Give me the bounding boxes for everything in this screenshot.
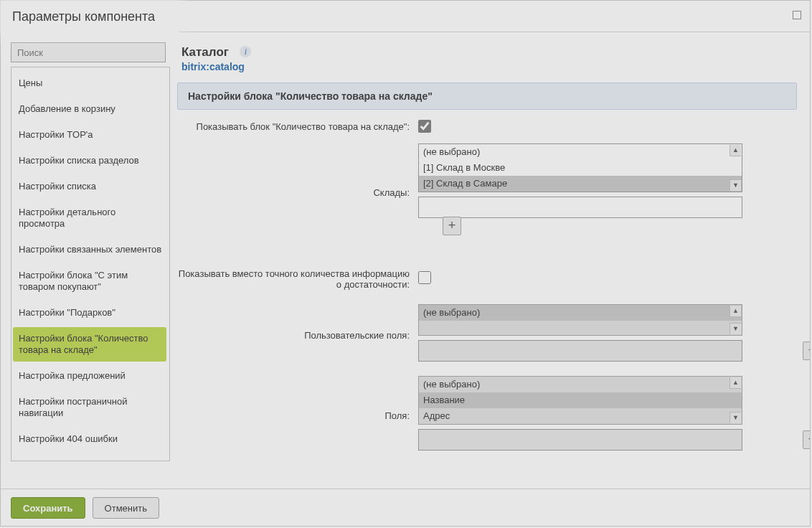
cancel-button[interactable]: Отменить (93, 497, 159, 519)
input-user-fields-extra[interactable] (418, 340, 742, 362)
scroll-up-icon[interactable]: ▲ (730, 145, 741, 156)
label-show-block: Показывать блок "Количество товара на ск… (177, 117, 418, 132)
label-user-fields: Пользовательские поля: (177, 326, 418, 341)
main-panel: Каталог i bitrix:catalog Настройки блока… (177, 32, 810, 489)
scroll-down-icon[interactable]: ▼ (730, 179, 741, 191)
catalog-title: Каталог (181, 45, 229, 60)
component-params-window: Параметры компонента Параметры компонент… (0, 0, 811, 527)
sidebar-item[interactable]: Настройки блока "С этим товаром покупают… (11, 263, 169, 300)
listbox-option[interactable]: Адрес (419, 408, 742, 424)
scroll-up-icon[interactable]: ▲ (730, 306, 741, 317)
listbox-option[interactable]: [2] Склад в Самаре (419, 176, 742, 192)
catalog-header: Каталог i bitrix:catalog (177, 45, 797, 72)
input-warehouses-extra[interactable] (418, 197, 742, 218)
add-user-field-button[interactable]: + (803, 341, 810, 360)
sidebar-item[interactable]: Настройки списка (11, 174, 169, 199)
listbox-user-fields[interactable]: ▲ (не выбрано)▼ (418, 304, 742, 336)
sidebar-item[interactable]: Специальные настройки (11, 452, 169, 461)
sidebar: ЦеныДобавление в корзинуНастройки TOP'аН… (1, 32, 177, 489)
row-user-fields: Пользовательские поля: ▲ (не выбрано)▼ + (177, 304, 797, 362)
listbox-option[interactable]: (не выбрано) (419, 377, 742, 392)
search-input[interactable] (11, 42, 166, 62)
sidebar-item[interactable]: Добавление в корзину (11, 96, 169, 122)
body: ЦеныДобавление в корзинуНастройки TOP'аН… (1, 32, 810, 489)
row-show-block: Показывать блок "Количество товара на ск… (177, 117, 797, 135)
listbox-option[interactable]: (не выбрано) (419, 144, 742, 160)
component-name: bitrix:catalog (181, 61, 797, 72)
sidebar-item[interactable]: Настройки "Подарков" (11, 300, 169, 326)
sidebar-item[interactable]: Настройки детального просмотра (11, 199, 169, 237)
scroll-up-icon[interactable]: ▲ (730, 377, 741, 389)
sidebar-item[interactable]: Настройки 404 ошибки (11, 426, 169, 452)
input-fields-extra[interactable] (418, 429, 742, 451)
sidebar-item[interactable]: Настройка предложений (11, 363, 169, 389)
row-sufficiency: Показывать вместо точного количества инф… (177, 268, 797, 290)
maximize-icon[interactable] (793, 11, 801, 19)
listbox-option[interactable]: Название (419, 392, 742, 408)
save-button[interactable]: Сохранить (11, 497, 85, 519)
scroll-down-icon[interactable]: ▼ (730, 323, 741, 334)
sidebar-item[interactable]: Настройки TOP'а (11, 122, 169, 148)
sidebar-item[interactable]: Настройки блока "Количество товара на ск… (13, 327, 166, 362)
label-sufficiency: Показывать вместо точного количества инф… (177, 268, 418, 290)
row-warehouses: Склады: ▲ (не выбрано)[1] Склад в Москве… (177, 143, 797, 237)
sidebar-nav: ЦеныДобавление в корзинуНастройки TOP'аН… (11, 67, 170, 461)
listbox-option[interactable]: [1] Склад в Москве (419, 160, 742, 176)
window-title: Параметры компонента (12, 9, 155, 24)
section: Настройки блока "Количество товара на ск… (177, 82, 797, 451)
scroll-down-icon[interactable]: ▼ (730, 412, 741, 423)
sidebar-item[interactable]: Цены (11, 70, 169, 96)
checkbox-sufficiency[interactable] (418, 271, 431, 284)
label-fields: Поля: (177, 406, 418, 421)
titlebar: Параметры компонента (1, 1, 179, 32)
checkbox-show-block[interactable] (418, 120, 431, 133)
listbox-option[interactable]: (не выбрано) (419, 305, 742, 321)
sidebar-item[interactable]: Настройки связанных элементов (11, 237, 169, 263)
add-warehouse-button[interactable]: + (443, 217, 461, 235)
row-fields: Поля: ▲ (не выбрано)НазваниеАдрес▼ + (177, 376, 797, 451)
info-icon[interactable]: i (240, 46, 251, 57)
sidebar-item[interactable]: Настройки постраничной навигации (11, 389, 169, 426)
sidebar-item[interactable]: Настройки списка разделов (11, 148, 169, 174)
add-field-button[interactable]: + (803, 430, 810, 449)
listbox-warehouses[interactable]: ▲ (не выбрано)[1] Склад в Москве[2] Скла… (418, 143, 742, 192)
label-warehouses: Склады: (177, 183, 418, 198)
section-title: Настройки блока "Количество товара на ск… (177, 82, 797, 110)
footer: Сохранить Отменить (1, 489, 810, 526)
listbox-fields[interactable]: ▲ (не выбрано)НазваниеАдрес▼ (418, 376, 742, 425)
